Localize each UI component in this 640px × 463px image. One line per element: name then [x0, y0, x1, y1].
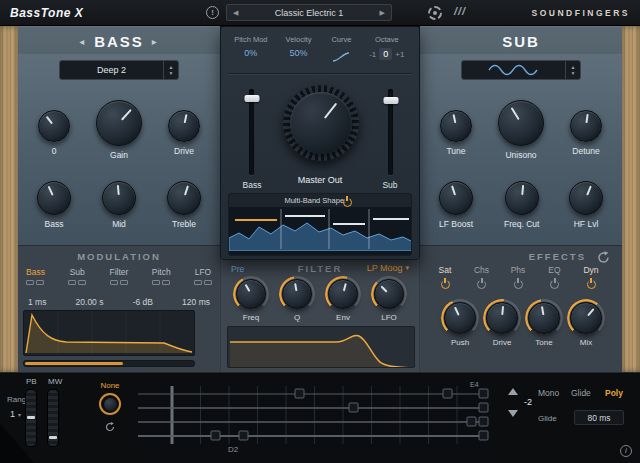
mod-tab-pitch[interactable]: Pitch	[152, 267, 171, 285]
knob-dial[interactable]	[282, 279, 312, 309]
env-mini-icon[interactable]	[68, 280, 76, 285]
curve-icon[interactable]	[332, 48, 350, 66]
env-mini-icon[interactable]	[152, 280, 160, 285]
knob-sub-hflvl[interactable]: HF Lvl	[569, 181, 603, 229]
env-attack-value[interactable]: 1 ms	[28, 297, 46, 307]
knob-sub-tune[interactable]: Tune	[440, 110, 472, 156]
power-button[interactable]	[441, 280, 450, 289]
sub-level-slider[interactable]	[388, 89, 393, 175]
knob-dial[interactable]	[444, 302, 476, 334]
step-down-icon[interactable]: ▼	[169, 71, 174, 76]
tab-label[interactable]: Bass	[26, 267, 45, 277]
knob-fx-drive[interactable]: Drive	[486, 302, 518, 347]
knob-bass-eq-mid[interactable]: Mid	[102, 181, 136, 229]
power-button[interactable]	[514, 280, 523, 289]
step-up-icon[interactable]: ▲	[169, 65, 174, 70]
glide-button[interactable]: Glide	[571, 388, 591, 398]
shaper-display[interactable]	[229, 207, 412, 251]
preset-next-icon[interactable]: ▶	[380, 9, 385, 17]
knob-filter-lfo[interactable]: LFO	[374, 279, 404, 322]
master-out-knob[interactable]	[283, 85, 359, 161]
bass-model-dropdown[interactable]: Deep 2 ▲ ▼	[59, 60, 179, 80]
refresh-icon[interactable]	[597, 250, 610, 263]
knob-dial[interactable]	[290, 92, 352, 154]
knob-dial[interactable]	[102, 181, 136, 215]
param-pitch-mod[interactable]: Pitch Mod 0%	[227, 33, 275, 71]
filter-type-dropdown[interactable]: LP Moog ▾	[367, 263, 409, 273]
lfo-mini-icon[interactable]	[120, 280, 128, 285]
mod-tab-sub[interactable]: Sub	[68, 267, 86, 285]
octave-up-icon[interactable]	[508, 388, 518, 395]
loop-icon[interactable]	[105, 418, 115, 436]
power-button[interactable]	[550, 280, 559, 289]
param-velocity[interactable]: Velocity 50%	[275, 33, 323, 71]
knob-sub-freqcut[interactable]: Freq. Cut	[504, 181, 539, 229]
power-button[interactable]	[587, 280, 596, 289]
param-curve[interactable]: Curve	[322, 33, 360, 71]
knob-dial[interactable]	[439, 181, 473, 215]
tab-label[interactable]: Filter	[110, 267, 129, 277]
mod-tab-bass[interactable]: Bass	[26, 267, 45, 285]
mod-wheel[interactable]	[47, 389, 59, 447]
env-sustain-value[interactable]: -6 dB	[133, 297, 153, 307]
env-decay-value[interactable]: 20.00 s	[76, 297, 104, 307]
knob-dial[interactable]	[570, 110, 602, 142]
octave-down-icon[interactable]	[508, 410, 518, 417]
knob-dial[interactable]	[96, 100, 142, 146]
wheel-thumb[interactable]	[27, 416, 35, 419]
tab-label[interactable]: LFO	[195, 267, 212, 277]
alert-icon[interactable]: !	[206, 6, 219, 19]
mod-tab-lfo[interactable]: LFO	[194, 267, 212, 285]
knob-dial[interactable]	[374, 279, 404, 309]
knob-dial[interactable]	[570, 302, 602, 334]
knob-bass-gain[interactable]: Gain	[96, 100, 142, 160]
knob-dial[interactable]	[37, 181, 71, 215]
slider-thumb[interactable]	[244, 95, 259, 102]
slider-thumb[interactable]	[383, 97, 398, 104]
knob-filter-env[interactable]: Env	[328, 279, 358, 322]
mod-tab-filter[interactable]: Filter	[110, 267, 129, 285]
knob-dial[interactable]	[104, 398, 117, 411]
bass-level-slider[interactable]	[249, 89, 254, 175]
shaper-power-button[interactable]	[343, 198, 352, 207]
bend-mode-value[interactable]: None	[100, 381, 119, 390]
env-mini-icon[interactable]	[26, 280, 34, 285]
tab-label[interactable]: Sub	[70, 267, 85, 277]
env-mini-icon[interactable]	[110, 280, 118, 285]
param-value[interactable]: 0%	[244, 48, 257, 58]
knob-bass-eq-treble[interactable]: Treble	[167, 181, 201, 229]
envelope-zoom-slider[interactable]	[23, 360, 195, 367]
knob-sub-detune[interactable]: Detune	[570, 110, 602, 156]
preset-selector[interactable]: ◀ Classic Electric 1 ▶	[226, 4, 392, 21]
knob-bass-semitone[interactable]: 0	[38, 110, 70, 156]
knob-fx-tone[interactable]: Tone	[528, 302, 560, 347]
knob-dial[interactable]	[505, 181, 539, 215]
fretboard-display[interactable]: D2 E4	[132, 378, 494, 454]
bass-next-icon[interactable]: ▸	[152, 36, 159, 47]
knob-dial[interactable]	[498, 100, 544, 146]
knob-dial[interactable]	[486, 302, 518, 334]
knob-bass-drive[interactable]: Drive	[168, 110, 200, 156]
knob-dial[interactable]	[328, 279, 358, 309]
filter-response-display[interactable]	[227, 326, 415, 368]
lfo-mini-icon[interactable]	[204, 280, 212, 285]
knob-fx-mix[interactable]: Mix	[570, 302, 602, 347]
knob-sub-lfboost[interactable]: LF Boost	[439, 181, 473, 229]
knob-sub-unisono[interactable]: Unisono	[498, 100, 544, 160]
power-button[interactable]	[477, 280, 486, 289]
knob-dial[interactable]	[167, 181, 201, 215]
env-mini-icon[interactable]	[194, 280, 202, 285]
sub-wave-dropdown[interactable]: ▲ ▼	[461, 60, 581, 80]
param-value[interactable]: 50%	[290, 48, 308, 58]
octave-down-button[interactable]: -1	[369, 50, 376, 59]
tab-label[interactable]: Pitch	[152, 267, 171, 277]
range-selector[interactable]: 1 ▾	[10, 409, 21, 419]
knob-filter-freq[interactable]: Freq	[236, 279, 266, 322]
lfo-mini-icon[interactable]	[78, 280, 86, 285]
skin-icon[interactable]: ///	[454, 5, 466, 17]
knob-dial[interactable]	[440, 110, 472, 142]
knob-dial[interactable]	[528, 302, 560, 334]
step-down-icon[interactable]: ▼	[571, 71, 576, 76]
preset-prev-icon[interactable]: ◀	[233, 9, 238, 17]
knob-bass-eq-bass[interactable]: Bass	[37, 181, 71, 229]
